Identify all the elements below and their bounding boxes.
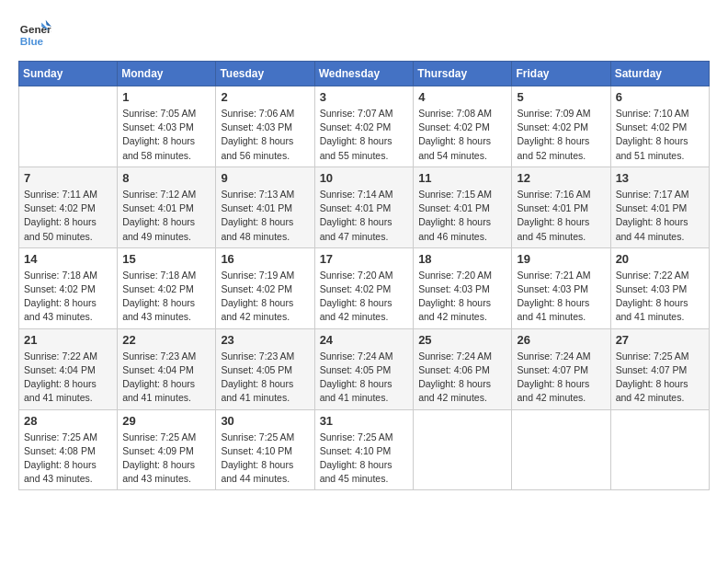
day-info: Sunrise: 7:25 AMSunset: 4:10 PMDaylight:… xyxy=(320,431,409,487)
day-number: 22 xyxy=(122,333,210,347)
calendar-cell: 9Sunrise: 7:13 AMSunset: 4:01 PMDaylight… xyxy=(216,167,314,247)
day-number: 5 xyxy=(517,90,605,104)
weekday-header: Thursday xyxy=(414,62,512,86)
calendar-header-row: SundayMondayTuesdayWednesdayThursdayFrid… xyxy=(19,62,710,86)
calendar-cell: 25Sunrise: 7:24 AMSunset: 4:06 PMDayligh… xyxy=(414,328,512,409)
day-number: 31 xyxy=(320,414,409,428)
day-number: 26 xyxy=(517,333,605,347)
weekday-header: Tuesday xyxy=(216,62,314,86)
day-number: 11 xyxy=(418,171,506,185)
day-info: Sunrise: 7:23 AMSunset: 4:05 PMDaylight:… xyxy=(221,350,309,406)
day-number: 13 xyxy=(616,171,704,185)
calendar-cell: 5Sunrise: 7:09 AMSunset: 4:02 PMDaylight… xyxy=(512,86,610,167)
calendar-cell: 27Sunrise: 7:25 AMSunset: 4:07 PMDayligh… xyxy=(610,328,709,409)
day-number: 1 xyxy=(122,90,210,104)
day-info: Sunrise: 7:25 AMSunset: 4:10 PMDaylight:… xyxy=(221,431,309,487)
day-info: Sunrise: 7:24 AMSunset: 4:05 PMDaylight:… xyxy=(320,350,409,406)
calendar-cell: 19Sunrise: 7:21 AMSunset: 4:03 PMDayligh… xyxy=(512,247,610,328)
day-info: Sunrise: 7:10 AMSunset: 4:02 PMDaylight:… xyxy=(616,107,704,163)
day-number: 18 xyxy=(418,252,506,266)
calendar-cell: 24Sunrise: 7:24 AMSunset: 4:05 PMDayligh… xyxy=(314,328,414,409)
day-info: Sunrise: 7:14 AMSunset: 4:01 PMDaylight:… xyxy=(320,188,409,244)
calendar-week-row: 14Sunrise: 7:18 AMSunset: 4:02 PMDayligh… xyxy=(19,247,710,328)
weekday-header: Saturday xyxy=(610,62,709,86)
svg-text:Blue: Blue xyxy=(20,35,44,47)
calendar-cell xyxy=(512,409,610,490)
day-number: 3 xyxy=(320,90,409,104)
day-number: 23 xyxy=(221,333,309,347)
day-info: Sunrise: 7:16 AMSunset: 4:01 PMDaylight:… xyxy=(517,188,605,244)
day-info: Sunrise: 7:20 AMSunset: 4:02 PMDaylight:… xyxy=(320,269,409,325)
day-number: 16 xyxy=(221,252,309,266)
day-number: 7 xyxy=(24,171,112,185)
calendar-week-row: 1Sunrise: 7:05 AMSunset: 4:03 PMDaylight… xyxy=(19,86,710,167)
day-number: 4 xyxy=(418,90,506,104)
day-info: Sunrise: 7:05 AMSunset: 4:03 PMDaylight:… xyxy=(122,107,210,163)
day-info: Sunrise: 7:20 AMSunset: 4:03 PMDaylight:… xyxy=(418,269,506,325)
day-info: Sunrise: 7:25 AMSunset: 4:07 PMDaylight:… xyxy=(616,350,704,406)
day-info: Sunrise: 7:15 AMSunset: 4:01 PMDaylight:… xyxy=(418,188,506,244)
day-info: Sunrise: 7:17 AMSunset: 4:01 PMDaylight:… xyxy=(616,188,704,244)
day-number: 15 xyxy=(122,252,210,266)
day-number: 2 xyxy=(221,90,309,104)
day-info: Sunrise: 7:19 AMSunset: 4:02 PMDaylight:… xyxy=(221,269,309,325)
day-info: Sunrise: 7:25 AMSunset: 4:08 PMDaylight:… xyxy=(24,431,112,487)
weekday-header: Monday xyxy=(118,62,216,86)
day-info: Sunrise: 7:23 AMSunset: 4:04 PMDaylight:… xyxy=(122,350,210,406)
day-number: 19 xyxy=(517,252,605,266)
day-info: Sunrise: 7:09 AMSunset: 4:02 PMDaylight:… xyxy=(517,107,605,163)
day-number: 12 xyxy=(517,171,605,185)
calendar-cell xyxy=(19,86,118,167)
day-info: Sunrise: 7:24 AMSunset: 4:06 PMDaylight:… xyxy=(418,350,506,406)
day-info: Sunrise: 7:18 AMSunset: 4:02 PMDaylight:… xyxy=(24,269,112,325)
weekday-header: Sunday xyxy=(19,62,118,86)
calendar-week-row: 28Sunrise: 7:25 AMSunset: 4:08 PMDayligh… xyxy=(19,409,710,490)
calendar-cell: 29Sunrise: 7:25 AMSunset: 4:09 PMDayligh… xyxy=(118,409,216,490)
logo-icon: General Blue xyxy=(18,18,51,52)
calendar-week-row: 21Sunrise: 7:22 AMSunset: 4:04 PMDayligh… xyxy=(19,328,710,409)
calendar-cell: 21Sunrise: 7:22 AMSunset: 4:04 PMDayligh… xyxy=(19,328,118,409)
day-number: 8 xyxy=(122,171,210,185)
page-header: General Blue xyxy=(18,18,710,52)
calendar-cell: 31Sunrise: 7:25 AMSunset: 4:10 PMDayligh… xyxy=(314,409,414,490)
day-number: 20 xyxy=(616,252,704,266)
day-number: 6 xyxy=(616,90,704,104)
day-number: 17 xyxy=(320,252,409,266)
calendar-cell: 20Sunrise: 7:22 AMSunset: 4:03 PMDayligh… xyxy=(610,247,709,328)
logo: General Blue xyxy=(18,18,51,52)
calendar-cell: 17Sunrise: 7:20 AMSunset: 4:02 PMDayligh… xyxy=(314,247,414,328)
calendar-week-row: 7Sunrise: 7:11 AMSunset: 4:02 PMDaylight… xyxy=(19,167,710,247)
calendar-cell: 15Sunrise: 7:18 AMSunset: 4:02 PMDayligh… xyxy=(118,247,216,328)
day-info: Sunrise: 7:22 AMSunset: 4:04 PMDaylight:… xyxy=(24,350,112,406)
day-number: 29 xyxy=(122,414,210,428)
day-info: Sunrise: 7:11 AMSunset: 4:02 PMDaylight:… xyxy=(24,188,112,244)
day-number: 30 xyxy=(221,414,309,428)
calendar-cell xyxy=(414,409,512,490)
day-number: 21 xyxy=(24,333,112,347)
day-number: 24 xyxy=(320,333,409,347)
day-info: Sunrise: 7:25 AMSunset: 4:09 PMDaylight:… xyxy=(122,431,210,487)
calendar-cell: 26Sunrise: 7:24 AMSunset: 4:07 PMDayligh… xyxy=(512,328,610,409)
calendar-cell: 2Sunrise: 7:06 AMSunset: 4:03 PMDaylight… xyxy=(216,86,314,167)
day-number: 27 xyxy=(616,333,704,347)
day-number: 28 xyxy=(24,414,112,428)
calendar-cell: 18Sunrise: 7:20 AMSunset: 4:03 PMDayligh… xyxy=(414,247,512,328)
calendar-cell: 30Sunrise: 7:25 AMSunset: 4:10 PMDayligh… xyxy=(216,409,314,490)
day-info: Sunrise: 7:21 AMSunset: 4:03 PMDaylight:… xyxy=(517,269,605,325)
calendar-cell: 11Sunrise: 7:15 AMSunset: 4:01 PMDayligh… xyxy=(414,167,512,247)
calendar-cell: 28Sunrise: 7:25 AMSunset: 4:08 PMDayligh… xyxy=(19,409,118,490)
calendar-cell xyxy=(610,409,709,490)
calendar-cell: 12Sunrise: 7:16 AMSunset: 4:01 PMDayligh… xyxy=(512,167,610,247)
day-info: Sunrise: 7:13 AMSunset: 4:01 PMDaylight:… xyxy=(221,188,309,244)
calendar-cell: 4Sunrise: 7:08 AMSunset: 4:02 PMDaylight… xyxy=(414,86,512,167)
calendar-table: SundayMondayTuesdayWednesdayThursdayFrid… xyxy=(18,61,710,490)
day-info: Sunrise: 7:18 AMSunset: 4:02 PMDaylight:… xyxy=(122,269,210,325)
day-info: Sunrise: 7:22 AMSunset: 4:03 PMDaylight:… xyxy=(616,269,704,325)
calendar-cell: 13Sunrise: 7:17 AMSunset: 4:01 PMDayligh… xyxy=(610,167,709,247)
calendar-cell: 14Sunrise: 7:18 AMSunset: 4:02 PMDayligh… xyxy=(19,247,118,328)
day-info: Sunrise: 7:12 AMSunset: 4:01 PMDaylight:… xyxy=(122,188,210,244)
day-info: Sunrise: 7:07 AMSunset: 4:02 PMDaylight:… xyxy=(320,107,409,163)
calendar-cell: 8Sunrise: 7:12 AMSunset: 4:01 PMDaylight… xyxy=(118,167,216,247)
calendar-cell: 22Sunrise: 7:23 AMSunset: 4:04 PMDayligh… xyxy=(118,328,216,409)
calendar-cell: 10Sunrise: 7:14 AMSunset: 4:01 PMDayligh… xyxy=(314,167,414,247)
